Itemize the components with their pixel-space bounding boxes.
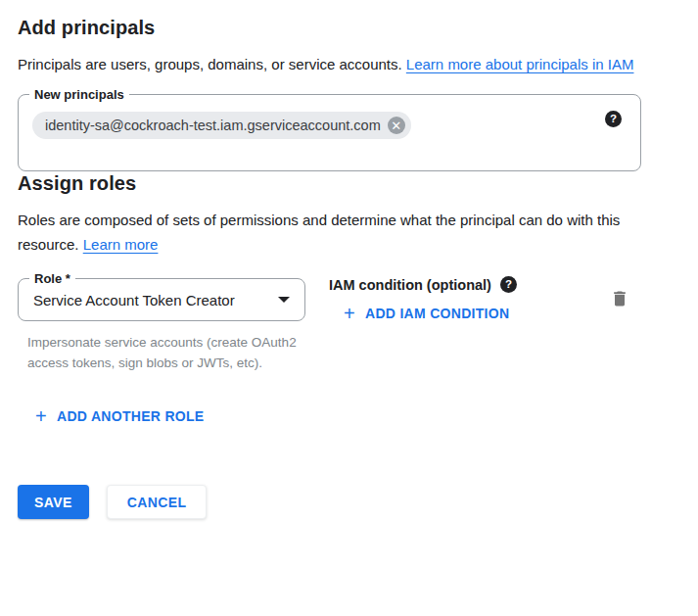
iam-condition-label-row: IAM condition (optional) ?	[329, 276, 517, 293]
assign-roles-title: Assign roles	[18, 171, 680, 195]
dropdown-arrow-icon	[278, 297, 290, 303]
role-selected-value: Service Account Token Creator	[33, 292, 235, 308]
role-row: Role * Service Account Token Creator Imp…	[18, 278, 680, 373]
roles-description: Roles are composed of sets of permission…	[18, 208, 664, 257]
new-principals-help-icon[interactable]: ?	[605, 111, 622, 127]
plus-icon: +	[344, 306, 355, 321]
learn-more-principals-link[interactable]: Learn more about principals in IAM	[406, 56, 634, 72]
role-label: Role *	[29, 270, 75, 287]
iam-condition-label: IAM condition (optional)	[329, 277, 491, 293]
new-principals-field[interactable]: New principals identity-sa@cockroach-tes…	[18, 94, 641, 171]
principal-chip-value: identity-sa@cockroach-test.iam.gservicea…	[45, 118, 381, 133]
add-another-role-button[interactable]: + ADD ANOTHER ROLE	[35, 408, 205, 424]
plus-icon: +	[35, 408, 47, 424]
role-column: Role * Service Account Token Creator Imp…	[18, 278, 329, 373]
trash-icon	[610, 289, 629, 308]
dialog-actions: SAVE CANCEL	[18, 485, 680, 519]
role-helper-text: Impersonate service accounts (create OAu…	[27, 332, 303, 373]
add-another-role-label: ADD ANOTHER ROLE	[57, 408, 205, 424]
save-button[interactable]: SAVE	[18, 485, 89, 519]
add-principals-panel: Add principals Principals are users, gro…	[0, 0, 698, 537]
new-principals-label: New principals	[29, 86, 129, 103]
iam-condition-help-icon[interactable]: ?	[500, 276, 517, 293]
add-iam-condition-label: ADD IAM CONDITION	[365, 306, 509, 321]
iam-condition-column: IAM condition (optional) ? + ADD IAM CON…	[329, 276, 517, 324]
principals-description: Principals are users, groups, domains, o…	[18, 52, 664, 76]
learn-more-roles-link[interactable]: Learn more	[83, 236, 159, 253]
remove-principal-icon[interactable]: ✕	[388, 117, 405, 134]
page-title: Add principals	[18, 16, 680, 39]
add-iam-condition-button[interactable]: + ADD IAM CONDITION	[344, 306, 509, 321]
principals-description-text: Principals are users, groups, domains, o…	[18, 56, 406, 72]
cancel-button[interactable]: CANCEL	[107, 485, 208, 519]
delete-role-button[interactable]	[610, 289, 629, 308]
role-dropdown[interactable]: Role * Service Account Token Creator	[18, 278, 305, 321]
principal-chip: identity-sa@cockroach-test.iam.gservicea…	[32, 112, 411, 139]
